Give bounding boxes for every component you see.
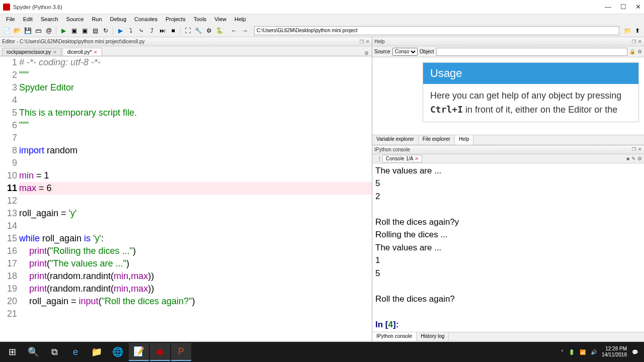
- run-cell-icon[interactable]: ▣: [69, 26, 78, 35]
- menu-source[interactable]: Source: [62, 15, 88, 23]
- console-bottom-tabs: IPython consoleHistory log: [372, 332, 644, 341]
- tray-battery-icon[interactable]: 🔋: [569, 349, 575, 355]
- close-panel-icon[interactable]: ✕: [638, 39, 642, 44]
- options-icon[interactable]: ⚙: [637, 156, 642, 161]
- editor-tab[interactable]: rockpaperscissor.py✕: [2, 48, 61, 56]
- close-tab-icon[interactable]: ✕: [53, 50, 57, 55]
- notepad-icon[interactable]: 📝: [129, 343, 149, 361]
- app-icon: [3, 4, 10, 11]
- tray-volume-icon[interactable]: 🔊: [591, 349, 597, 355]
- tray-chevron-icon[interactable]: ˄: [561, 349, 564, 355]
- close-panel-icon[interactable]: ✕: [638, 147, 642, 152]
- clear-icon[interactable]: ✎: [631, 156, 635, 161]
- menu-tools[interactable]: Tools: [190, 15, 211, 23]
- system-tray[interactable]: ˄ 🔋 📶 🔊 12:28 PM 14/11/2018 💬: [561, 346, 642, 358]
- editor-panel: Editor - C:\Users\GL62M\Desktop\python m…: [0, 37, 372, 341]
- forward-icon[interactable]: →: [240, 26, 250, 35]
- task-view-button[interactable]: ⧉: [44, 343, 64, 361]
- menu-run[interactable]: Run: [88, 15, 106, 23]
- source-select[interactable]: Console: [392, 48, 418, 56]
- object-input[interactable]: [436, 48, 627, 56]
- menu-help[interactable]: Help: [230, 15, 250, 23]
- save-all-icon[interactable]: 🗃: [34, 26, 43, 35]
- console-bottom-tab[interactable]: IPython console: [372, 332, 417, 341]
- chrome-icon[interactable]: 🌐: [108, 343, 128, 361]
- minimize-button[interactable]: —: [605, 3, 611, 11]
- console-bottom-tab[interactable]: History log: [417, 332, 449, 341]
- step-out-icon[interactable]: ⤴: [147, 26, 156, 35]
- max-pane-icon[interactable]: ⛶: [183, 26, 192, 35]
- tray-clock[interactable]: 12:28 PM 14/11/2018: [602, 346, 627, 358]
- help-tab-variable-explorer[interactable]: Variable explorer: [372, 135, 419, 145]
- spyder-taskbar-icon[interactable]: ◉: [150, 343, 170, 361]
- toolbar: 📄 📂 💾 🗃 @ ▶ ▣ ▣ ▤ ↻ ▶ ⤵ ⤷ ⤴ ⏭ ■ ⛶ 🔧 ⚙ 🐍 …: [0, 24, 644, 37]
- explorer-icon[interactable]: 📁: [87, 343, 107, 361]
- build-icon[interactable]: 🔧: [194, 26, 203, 35]
- editor-tab[interactable]: diceroll.py*✕: [62, 48, 102, 56]
- back-icon[interactable]: ←: [229, 26, 238, 35]
- separator: [180, 27, 181, 35]
- working-dir-input[interactable]: [254, 26, 619, 35]
- open-file-icon[interactable]: 📂: [13, 26, 22, 35]
- step-into-icon[interactable]: ⤷: [137, 26, 146, 35]
- console-body[interactable]: The values are ...52 Roll the dices agai…: [372, 163, 644, 332]
- console-tab[interactable]: Console 1/A ✕: [382, 155, 422, 162]
- tray-notifications-icon[interactable]: 💬: [632, 349, 638, 355]
- stop-icon[interactable]: ■: [626, 156, 629, 161]
- browse-tabs-icon[interactable]: 📑: [374, 156, 380, 161]
- rerun-icon[interactable]: ↻: [101, 26, 110, 35]
- editor-header-title: Editor - C:\Users\GL62M\Desktop\python m…: [2, 39, 144, 44]
- undock-icon[interactable]: ❐: [632, 39, 636, 44]
- menu-search[interactable]: Search: [37, 15, 62, 23]
- close-tab-icon[interactable]: ✕: [415, 156, 419, 161]
- powerpoint-icon[interactable]: P: [171, 343, 191, 361]
- new-file-icon[interactable]: 📄: [2, 26, 11, 35]
- prefs-icon[interactable]: ⚙: [204, 26, 213, 35]
- save-icon[interactable]: 💾: [23, 26, 32, 35]
- tray-wifi-icon[interactable]: 📶: [580, 349, 586, 355]
- help-tab-file-explorer[interactable]: File explorer: [419, 135, 455, 145]
- tab-options-icon[interactable]: ⚙: [364, 50, 372, 56]
- close-button[interactable]: ✕: [635, 3, 641, 11]
- editor-body[interactable]: 123456789101112131415161718192021 # -*- …: [0, 56, 372, 341]
- menu-projects[interactable]: Projects: [162, 15, 190, 23]
- help-content: Usage Here you can get help of any objec…: [372, 57, 644, 135]
- lock-icon[interactable]: 🔒: [629, 49, 635, 54]
- menu-debug[interactable]: Debug: [106, 15, 130, 23]
- run-selection-icon[interactable]: ▤: [91, 26, 100, 35]
- close-tab-icon[interactable]: ✕: [94, 50, 98, 55]
- menu-file[interactable]: File: [2, 15, 19, 23]
- undock-icon[interactable]: ❐: [632, 147, 636, 152]
- search-button[interactable]: 🔍: [23, 343, 43, 361]
- close-panel-icon[interactable]: ✕: [366, 39, 370, 44]
- help-panel: Help ❐ ✕ Source Console Object 🔒 ⚙ Usage…: [372, 37, 644, 145]
- menu-edit[interactable]: Edit: [19, 15, 37, 23]
- console-panel: IPython console ❐ ✕ 📑 Console 1/A ✕ ■ ✎ …: [372, 145, 644, 341]
- usage-title: Usage: [423, 63, 638, 84]
- help-toolbar: Source Console Object 🔒 ⚙: [372, 46, 644, 57]
- start-button[interactable]: ⊞: [2, 343, 22, 361]
- usage-text: Here you can get help of any object by p…: [423, 84, 638, 122]
- help-tab-help[interactable]: Help: [455, 135, 474, 145]
- separator: [113, 27, 113, 35]
- run-cell-advance-icon[interactable]: ▣: [80, 26, 89, 35]
- browse-dir-icon[interactable]: 📁: [623, 26, 632, 35]
- menu-view[interactable]: View: [210, 15, 230, 23]
- tool-at-icon[interactable]: @: [44, 26, 53, 35]
- undock-icon[interactable]: ❐: [360, 39, 364, 44]
- maximize-button[interactable]: ☐: [620, 3, 626, 11]
- run-icon[interactable]: ▶: [59, 26, 68, 35]
- continue-icon[interactable]: ⏭: [158, 26, 167, 35]
- console-header: IPython console ❐ ✕: [372, 145, 644, 154]
- gear-icon[interactable]: ⚙: [637, 49, 642, 54]
- editor-tab-bar: rockpaperscissor.py✕diceroll.py*✕⚙: [0, 46, 372, 56]
- debug-icon[interactable]: ▶: [116, 26, 125, 35]
- edge-icon[interactable]: e: [65, 343, 86, 361]
- menu-consoles[interactable]: Consoles: [130, 15, 162, 23]
- window-title: Spyder (Python 3.6): [13, 4, 62, 10]
- python-path-icon[interactable]: 🐍: [215, 26, 224, 35]
- step-over-icon[interactable]: ⤵: [126, 26, 135, 35]
- titlebar: Spyder (Python 3.6) — ☐ ✕: [0, 0, 644, 14]
- parent-dir-icon[interactable]: ⬆: [633, 26, 642, 35]
- stop-debug-icon[interactable]: ■: [169, 26, 178, 35]
